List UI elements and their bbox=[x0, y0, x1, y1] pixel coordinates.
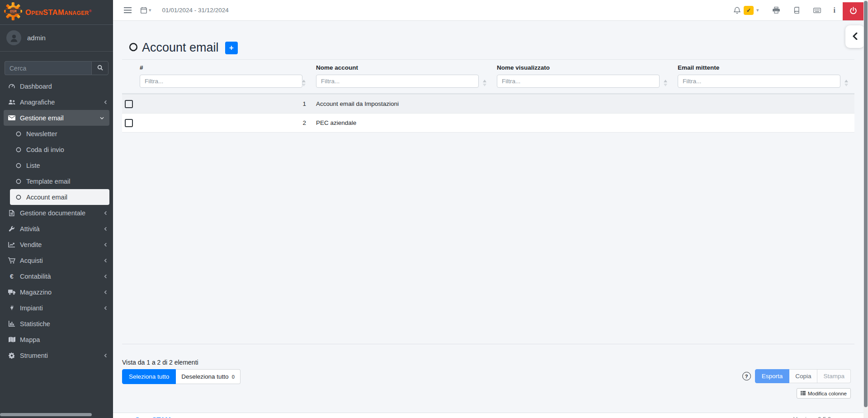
sidebar: OSM OpenSTAManager® admin bbox=[0, 0, 113, 418]
page-header: Account email + bbox=[129, 33, 238, 63]
sidebar-item-anagrafiche[interactable]: Anagrafiche bbox=[0, 94, 113, 110]
circle-icon bbox=[15, 147, 22, 152]
export-button[interactable]: Esporta bbox=[755, 369, 790, 383]
sidebar-item-liste[interactable]: Liste bbox=[0, 157, 113, 173]
filter-input-email-mittente[interactable] bbox=[678, 75, 840, 88]
avatar bbox=[6, 30, 21, 45]
column-header-email-mittente[interactable]: Email mittente bbox=[674, 64, 854, 88]
vertical-scrollbar-thumb[interactable] bbox=[864, 1, 868, 407]
circle-icon bbox=[15, 195, 22, 200]
cell-nome-account: Account email da Impostazioni bbox=[312, 100, 493, 107]
sort-icon[interactable] bbox=[302, 80, 306, 86]
sidebar-search bbox=[0, 52, 113, 75]
search-button[interactable] bbox=[91, 61, 108, 75]
sidebar-menu: Dashboard Anagrafiche Gestione email bbox=[0, 75, 113, 363]
footer-brand-link[interactable]: OpenSTAManager bbox=[135, 416, 193, 418]
chevron-left-icon bbox=[104, 290, 108, 294]
sidebar-item-vendite[interactable]: Vendite bbox=[0, 237, 113, 252]
cell-nome-account: PEC aziendale bbox=[312, 119, 493, 126]
plug-icon bbox=[7, 305, 16, 311]
copy-button[interactable]: Copia bbox=[789, 369, 817, 383]
sidebar-item-attivita[interactable]: Attività bbox=[0, 221, 113, 237]
search-input[interactable] bbox=[5, 61, 91, 75]
add-record-button[interactable]: + bbox=[225, 42, 238, 54]
table-row[interactable]: 2 PEC aziendale bbox=[122, 113, 854, 133]
keyboard-icon[interactable] bbox=[813, 8, 821, 13]
euro-icon: € bbox=[7, 273, 16, 280]
sidebar-item-impianti[interactable]: Impianti bbox=[0, 300, 113, 316]
filter-input-nome-account[interactable] bbox=[316, 75, 479, 88]
footer: OpenSTAManager Versione 2.5.2 bbox=[113, 413, 863, 418]
logout-power-button[interactable] bbox=[843, 2, 863, 20]
sidebar-item-contabilita[interactable]: € Contabilità bbox=[0, 268, 113, 284]
sidebar-horizontal-scrollbar[interactable] bbox=[0, 413, 92, 416]
sidebar-item-gestione-email[interactable]: Gestione email bbox=[4, 110, 109, 126]
row-checkbox[interactable] bbox=[125, 100, 133, 108]
document-icon bbox=[7, 210, 16, 216]
module-circle-icon bbox=[129, 43, 138, 53]
sort-icon[interactable] bbox=[483, 80, 486, 86]
sidebar-item-dashboard[interactable]: Dashboard bbox=[0, 78, 113, 94]
search-icon bbox=[97, 65, 103, 72]
records-table: # Nome account Nome visualizzato Email m… bbox=[122, 59, 854, 344]
sidebar-item-gestione-documentale[interactable]: Gestione documentale bbox=[0, 205, 113, 221]
sidebar-item-statistiche[interactable]: Statistiche bbox=[0, 316, 113, 332]
table-list-icon bbox=[801, 391, 806, 396]
sidebar-item-coda-di-invio[interactable]: Coda di invio bbox=[0, 142, 113, 157]
topbar: ▾ 01/01/2024 - 31/12/2024 ✓ ▾ bbox=[113, 0, 863, 21]
select-all-button[interactable]: Seleziona tutto bbox=[122, 369, 176, 384]
sidebar-item-acquisti[interactable]: Acquisti bbox=[0, 252, 113, 268]
user-panel[interactable]: admin bbox=[0, 25, 113, 52]
printer-icon[interactable] bbox=[773, 7, 780, 14]
users-icon bbox=[7, 99, 16, 105]
filter-input-id[interactable] bbox=[140, 75, 302, 88]
sidebar-item-template-email[interactable]: Template email bbox=[0, 173, 113, 189]
registered-mark: ® bbox=[89, 9, 92, 13]
date-range[interactable]: 01/01/2024 - 31/12/2024 bbox=[162, 7, 229, 14]
vertical-scrollbar[interactable] bbox=[863, 0, 868, 418]
print-button[interactable]: Stampa bbox=[817, 369, 851, 383]
app-title: OpenSTAManager® bbox=[25, 8, 92, 17]
column-header-nome-account[interactable]: Nome account bbox=[312, 64, 493, 88]
sort-icon[interactable] bbox=[664, 80, 667, 86]
chevron-left-icon bbox=[104, 306, 108, 310]
svg-text:OSM: OSM bbox=[10, 10, 17, 14]
envelope-icon bbox=[7, 115, 16, 121]
hamburger-menu-icon[interactable] bbox=[124, 7, 132, 13]
sidebar-item-magazzino[interactable]: Magazzino bbox=[0, 284, 113, 300]
help-icon[interactable]: ? bbox=[742, 372, 751, 380]
circle-icon bbox=[15, 179, 22, 184]
chart-line-icon bbox=[7, 242, 16, 247]
cart-icon bbox=[7, 257, 16, 264]
circle-icon bbox=[15, 163, 22, 168]
info-icon[interactable]: i bbox=[834, 7, 835, 14]
side-panel-toggle-button[interactable] bbox=[845, 25, 864, 48]
calendar-icon bbox=[141, 7, 147, 14]
deselect-all-button[interactable]: Deseleziona tutto 0 bbox=[176, 369, 240, 384]
sidebar-item-mappa[interactable]: Mappa bbox=[0, 332, 113, 347]
bell-icon[interactable] bbox=[734, 7, 741, 14]
column-header-id[interactable]: # bbox=[136, 64, 312, 88]
status-check-badge[interactable]: ✓ bbox=[744, 6, 754, 15]
caret-down-icon[interactable]: ▾ bbox=[756, 8, 759, 13]
tachometer-icon bbox=[7, 83, 16, 90]
plus-icon: + bbox=[229, 44, 234, 52]
chevron-left-icon bbox=[104, 100, 108, 104]
main-content: Account email + # Nome account N bbox=[113, 20, 863, 418]
chevron-left-icon bbox=[104, 353, 108, 357]
book-icon[interactable] bbox=[793, 7, 800, 14]
chevron-left-icon bbox=[104, 227, 108, 231]
table-row[interactable]: 1 Account email da Impostazioni bbox=[122, 94, 854, 113]
app-logo[interactable]: OSM OpenSTAManager® bbox=[0, 0, 113, 25]
calendar-picker[interactable]: ▾ bbox=[141, 7, 151, 14]
column-header-nome-visualizzato[interactable]: Nome visualizzato bbox=[493, 64, 674, 88]
row-checkbox[interactable] bbox=[125, 119, 133, 127]
sidebar-item-newsletter[interactable]: Newsletter bbox=[0, 126, 113, 142]
sidebar-item-strumenti[interactable]: Strumenti bbox=[0, 347, 113, 363]
edit-columns-button[interactable]: Modifica colonne bbox=[797, 388, 851, 399]
cell-id: 2 bbox=[136, 119, 312, 126]
sort-icon[interactable] bbox=[844, 80, 848, 86]
circle-icon bbox=[15, 131, 22, 137]
filter-input-nome-visualizzato[interactable] bbox=[497, 75, 660, 88]
sidebar-item-account-email[interactable]: Account email bbox=[10, 189, 109, 205]
